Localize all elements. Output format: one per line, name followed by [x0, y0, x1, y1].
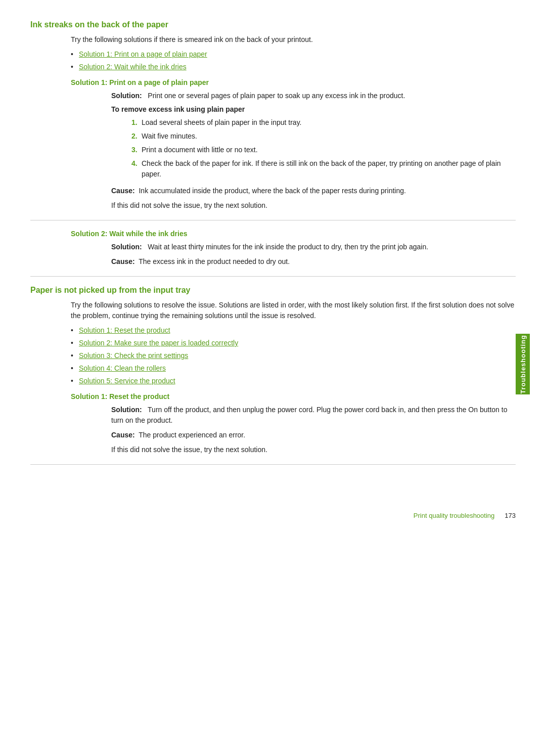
link-s2-paper-loaded[interactable]: Solution 2: Make sure the paper is loade…: [79, 339, 238, 347]
step1-text: Load several sheets of plain paper in th…: [142, 118, 302, 126]
solution2-cause: Cause: The excess ink in the product nee…: [111, 256, 516, 267]
cause2-text: The excess ink in the product needed to …: [139, 257, 290, 265]
section2-solution1-text: Solution: Turn off the product, and then…: [111, 405, 516, 426]
link-s3-print-settings[interactable]: Solution 3: Check the print settings: [79, 351, 188, 360]
solution1-if-text: If this did not solve the issue, try the…: [111, 200, 516, 211]
link-solution1-plain-paper[interactable]: Solution 1: Print on a page of plain pap…: [79, 50, 207, 58]
solution2-label: Solution:: [111, 243, 142, 251]
solution2-text: Solution: Wait at least thirty minutes f…: [111, 242, 516, 252]
divider2: [30, 276, 516, 277]
section2-solution1-label: Solution:: [111, 406, 142, 414]
list-item: Solution 3: Check the print settings: [71, 350, 516, 361]
solution2-heading: Solution 2: Wait while the ink dries: [71, 230, 516, 238]
list-item: Solution 4: Clean the rollers: [71, 363, 516, 374]
section1-heading: Ink streaks on the back of the paper: [30, 20, 516, 29]
page-content: Ink streaks on the back of the paper Try…: [30, 0, 516, 504]
section2-solution1-heading: Solution 1: Reset the product: [71, 392, 516, 401]
list-item: 1. Load several sheets of plain paper in…: [131, 117, 516, 128]
section2-solution1-body: Turn off the product, and then unplug th…: [111, 406, 507, 424]
solution1-block: Solution 1: Print on a page of plain pap…: [71, 78, 516, 211]
solution1-heading: Solution 1: Print on a page of plain pap…: [71, 78, 516, 86]
footer-page-number: 173: [505, 512, 516, 519]
list-item: Solution 5: Service the product: [71, 376, 516, 386]
solution2-block: Solution 2: Wait while the ink dries Sol…: [71, 230, 516, 267]
cause1-text: Ink accumulated inside the product, wher…: [139, 187, 405, 195]
list-item: Solution 2: Make sure the paper is loade…: [71, 338, 516, 348]
solution1-steps: 1. Load several sheets of plain paper in…: [131, 117, 516, 180]
list-item: 4. Check the back of the paper for ink. …: [131, 158, 516, 180]
list-item: 2. Wait five minutes.: [131, 131, 516, 142]
side-tab: Troubleshooting: [516, 334, 530, 394]
step3-text: Print a document with little or no text.: [142, 146, 258, 154]
list-item: Solution 1: Reset the product: [71, 325, 516, 336]
section2-if-text: If this did not solve the issue, try the…: [111, 444, 516, 455]
section-paper-not-picked: Paper is not picked up from the input tr…: [30, 286, 516, 465]
cause2-label: Cause:: [111, 257, 135, 265]
solution1-cause: Cause: Ink accumulated inside the produc…: [111, 186, 516, 196]
section1-link-list: Solution 1: Print on a page of plain pap…: [71, 49, 516, 72]
section1-intro: Try the following solutions if there is …: [71, 34, 516, 45]
section2-cause1: Cause: The product experienced an error.: [111, 430, 516, 440]
section-ink-streaks: Ink streaks on the back of the paper Try…: [30, 20, 516, 277]
footer-link[interactable]: Print quality troubleshooting: [414, 512, 494, 519]
section2-cause1-label: Cause:: [111, 431, 135, 439]
list-item: 3. Print a document with little or no te…: [131, 145, 516, 155]
solution1-text: Solution: Print one or several pages of …: [111, 91, 516, 101]
list-item: Solution 2: Wait while the ink dries: [71, 62, 516, 72]
section2-link-list: Solution 1: Reset the product Solution 2…: [71, 325, 516, 386]
step4-text: Check the back of the paper for ink. If …: [142, 159, 501, 178]
section2-heading: Paper is not picked up from the input tr…: [30, 286, 516, 295]
link-s5-service[interactable]: Solution 5: Service the product: [79, 377, 175, 385]
link-s1-reset[interactable]: Solution 1: Reset the product: [79, 326, 170, 334]
list-item: Solution 1: Print on a page of plain pap…: [71, 49, 516, 60]
solution1-body: Print one or several pages of plain pape…: [148, 92, 405, 100]
section2-cause1-text: The product experienced an error.: [139, 431, 245, 439]
section2-solution1-block: Solution 1: Reset the product Solution: …: [71, 392, 516, 455]
solution2-body: Wait at least thirty minutes for the ink…: [148, 243, 428, 251]
divider1: [30, 220, 516, 220]
divider3: [30, 464, 516, 465]
section2-intro: Try the following solutions to resolve t…: [71, 300, 516, 321]
solution1-subheading: To remove excess ink using plain paper: [111, 105, 516, 113]
step2-text: Wait five minutes.: [142, 132, 197, 140]
cause1-label: Cause:: [111, 187, 135, 195]
link-solution2-ink-dries[interactable]: Solution 2: Wait while the ink dries: [79, 63, 187, 71]
side-tab-label: Troubleshooting: [519, 335, 527, 394]
solution1-label: Solution:: [111, 92, 142, 100]
link-s4-clean-rollers[interactable]: Solution 4: Clean the rollers: [79, 364, 166, 372]
